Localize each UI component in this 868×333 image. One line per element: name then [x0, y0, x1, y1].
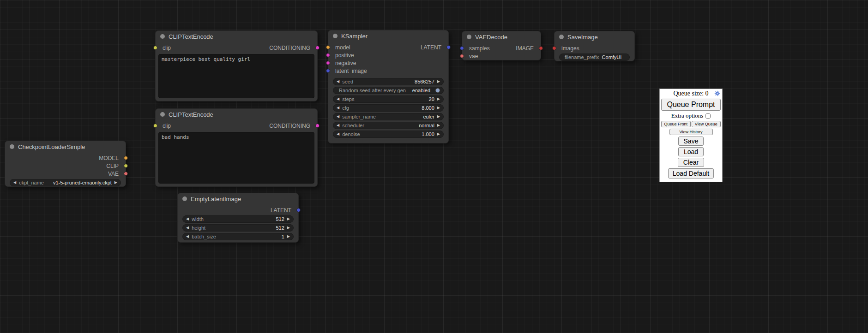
- clip-input-dot[interactable]: [153, 46, 157, 50]
- node-title-bar[interactable]: SaveImage: [555, 31, 634, 42]
- slot-row: negative: [328, 59, 448, 67]
- positive-input-dot[interactable]: [326, 53, 330, 57]
- vae-output-label: VAE: [108, 171, 126, 177]
- image-output-dot[interactable]: [539, 46, 543, 50]
- widget-value: v1-5-pruned-emaonly.ckpt: [53, 180, 112, 185]
- clip-input-label: clip: [156, 123, 171, 129]
- widget-label: filename_prefix: [563, 54, 599, 60]
- widget-left-arrow-icon[interactable]: ◀: [337, 106, 339, 110]
- queue-size-label: Queue size: 0: [673, 90, 708, 97]
- clip-output-dot[interactable]: [124, 164, 128, 168]
- empty-latent-image-node[interactable]: EmptyLatentImage LATENT ◀ width 512 ▶ ◀ …: [177, 193, 299, 243]
- view-queue-button[interactable]: View Queue: [692, 121, 721, 127]
- node-title-bar[interactable]: CLIPTextEncode: [156, 31, 317, 42]
- scheduler-widget[interactable]: ◀ scheduler normal ▶: [333, 122, 444, 129]
- widget-right-arrow-icon[interactable]: ▶: [287, 235, 290, 238]
- seed-widget[interactable]: ◀ seed 8566257 ▶: [333, 78, 444, 85]
- widget-left-arrow-icon[interactable]: ◀: [337, 124, 339, 127]
- widget-left-arrow-icon[interactable]: ◀: [337, 115, 339, 119]
- toggle-dot-icon[interactable]: [435, 88, 440, 93]
- comfyui-menu-panel: Queue size: 0 Queue Prompt Extra options…: [659, 89, 723, 182]
- queue-prompt-button[interactable]: Queue Prompt: [661, 99, 721, 111]
- clip-text-encode-negative-node[interactable]: CLIPTextEncode clip CONDITIONING bad han…: [155, 108, 318, 187]
- latent-image-input-dot[interactable]: [326, 69, 330, 73]
- node-title-bar[interactable]: EmptyLatentImage: [178, 193, 298, 204]
- save-button[interactable]: Save: [678, 137, 704, 146]
- latent-output-dot[interactable]: [296, 208, 301, 212]
- denoise-widget[interactable]: ◀ denoise 1.000 ▶: [333, 131, 444, 138]
- view-history-button[interactable]: View History: [669, 129, 713, 135]
- clip-text-encode-positive-node[interactable]: CLIPTextEncode clip CONDITIONING masterp…: [155, 30, 318, 101]
- slot-row: samples IMAGE: [462, 44, 541, 52]
- widget-right-arrow-icon[interactable]: ▶: [287, 226, 290, 230]
- cfg-widget[interactable]: ◀ cfg 8.000 ▶: [333, 104, 444, 112]
- widget-label: cfg: [342, 105, 349, 111]
- conditioning-output-dot[interactable]: [315, 124, 319, 128]
- widget-label: steps: [342, 96, 354, 102]
- image-output-label: IMAGE: [516, 45, 541, 52]
- steps-widget[interactable]: ◀ steps 20 ▶: [333, 95, 444, 103]
- height-widget[interactable]: ◀ height 512 ▶: [182, 224, 294, 232]
- vae-decode-node[interactable]: VAEDecode samples IMAGE vae: [462, 31, 541, 60]
- node-title-bar[interactable]: CheckpointLoaderSimple: [5, 141, 126, 152]
- widget-right-arrow-icon[interactable]: ▶: [437, 97, 440, 101]
- widget-label: seed: [342, 79, 353, 84]
- widget-left-arrow-icon[interactable]: ◀: [13, 181, 16, 184]
- load-default-button[interactable]: Load Default: [668, 168, 714, 178]
- widget-label: height: [192, 225, 205, 231]
- node-title-bar[interactable]: VAEDecode: [462, 31, 541, 42]
- filename-prefix-widget[interactable]: filename_prefix ComfyUI: [559, 54, 630, 61]
- negative-input-dot[interactable]: [326, 61, 330, 65]
- latent-output-label: LATENT: [421, 44, 448, 51]
- node-title-bar[interactable]: KSampler: [328, 30, 448, 42]
- negative-prompt-textarea[interactable]: bad hands: [158, 132, 314, 184]
- images-input-dot[interactable]: [552, 46, 556, 50]
- vae-output-dot[interactable]: [124, 172, 128, 176]
- queue-front-button[interactable]: Queue Front: [661, 121, 691, 127]
- clip-input-dot[interactable]: [153, 124, 157, 128]
- link-model: [123, 47, 139, 69]
- random-seed-toggle-widget[interactable]: Random seed after every gen enabled: [333, 87, 444, 94]
- widget-right-arrow-icon[interactable]: ▶: [437, 106, 440, 110]
- model-input-label: model: [328, 44, 350, 51]
- ksampler-node[interactable]: KSampler model LATENT positive negative …: [328, 30, 449, 143]
- widget-right-arrow-icon[interactable]: ▶: [287, 217, 290, 221]
- load-button[interactable]: Load: [678, 147, 704, 156]
- node-title-bar[interactable]: CLIPTextEncode: [156, 109, 317, 120]
- checkpoint-loader-node[interactable]: CheckpointLoaderSimple MODEL CLIP VAE ◀ …: [5, 141, 126, 187]
- node-links: [0, 0, 139, 69]
- conditioning-output-dot[interactable]: [315, 46, 319, 50]
- clear-button[interactable]: Clear: [678, 158, 704, 167]
- latent-output-dot[interactable]: [446, 45, 451, 49]
- sampler-name-widget[interactable]: ◀ sampler_name euler ▶: [333, 113, 444, 120]
- extra-options-label: Extra options: [671, 112, 704, 119]
- batch-size-widget[interactable]: ◀ batch_size 1 ▶: [182, 233, 294, 240]
- save-image-node[interactable]: SaveImage images filename_prefix ComfyUI: [554, 31, 635, 61]
- widget-left-arrow-icon[interactable]: ◀: [337, 132, 339, 136]
- graph-canvas[interactable]: CheckpointLoaderSimple MODEL CLIP VAE ◀ …: [0, 0, 868, 333]
- widget-right-arrow-icon[interactable]: ▶: [437, 115, 440, 119]
- extra-options-checkbox[interactable]: [705, 113, 711, 119]
- widget-right-arrow-icon[interactable]: ▶: [437, 80, 440, 83]
- width-widget[interactable]: ◀ width 512 ▶: [182, 215, 294, 223]
- samples-input-dot[interactable]: [460, 46, 464, 50]
- widget-left-arrow-icon[interactable]: ◀: [186, 217, 189, 221]
- model-output-dot[interactable]: [124, 156, 128, 160]
- widget-right-arrow-icon[interactable]: ▶: [115, 181, 117, 184]
- widget-left-arrow-icon[interactable]: ◀: [337, 97, 339, 101]
- widget-right-arrow-icon[interactable]: ▶: [437, 124, 440, 127]
- latent-image-input-label: latent_image: [328, 68, 367, 74]
- widget-value: ComfyUI: [602, 54, 622, 60]
- widget-left-arrow-icon[interactable]: ◀: [337, 80, 339, 83]
- ckpt-name-widget[interactable]: ◀ ckpt_name v1-5-pruned-emaonly.ckpt ▶: [10, 179, 121, 186]
- images-input-label: images: [555, 45, 579, 52]
- vae-input-dot[interactable]: [460, 54, 464, 58]
- widget-right-arrow-icon[interactable]: ▶: [437, 132, 440, 136]
- widget-left-arrow-icon[interactable]: ◀: [186, 226, 189, 230]
- settings-gear-icon[interactable]: [714, 90, 720, 96]
- node-status-dot-icon: [333, 34, 338, 38]
- model-input-dot[interactable]: [326, 45, 330, 49]
- node-title: KSampler: [341, 33, 368, 40]
- positive-prompt-textarea[interactable]: masterpiece best quality girl: [158, 54, 314, 98]
- widget-left-arrow-icon[interactable]: ◀: [186, 235, 189, 238]
